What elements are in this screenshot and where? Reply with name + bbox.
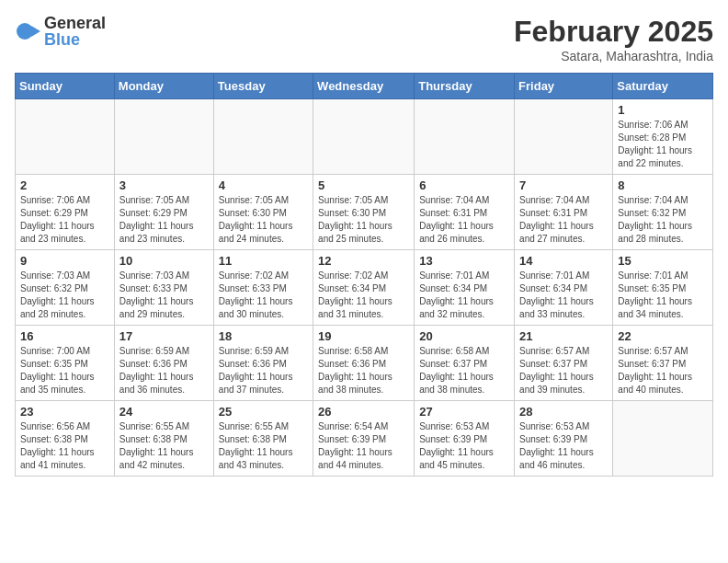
calendar-cell — [213, 99, 313, 175]
calendar-cell: 6Sunrise: 7:04 AM Sunset: 6:31 PM Daylig… — [415, 175, 515, 250]
calendar-cell — [313, 99, 415, 175]
day-number: 23 — [20, 405, 109, 419]
calendar-cell: 21Sunrise: 6:57 AM Sunset: 6:37 PM Dayli… — [515, 326, 613, 401]
weekday-header-thursday: Thursday — [415, 74, 515, 99]
day-number: 9 — [20, 254, 109, 268]
day-info: Sunrise: 7:06 AM Sunset: 6:29 PM Dayligh… — [20, 194, 109, 246]
calendar-cell: 20Sunrise: 6:58 AM Sunset: 6:37 PM Dayli… — [415, 326, 515, 401]
title-block: February 2025 Satara, Maharashtra, India — [514, 15, 713, 63]
weekday-header-sunday: Sunday — [16, 74, 115, 99]
calendar-cell: 19Sunrise: 6:58 AM Sunset: 6:36 PM Dayli… — [313, 326, 415, 401]
day-info: Sunrise: 7:02 AM Sunset: 6:33 PM Dayligh… — [219, 270, 308, 321]
calendar-cell: 23Sunrise: 6:56 AM Sunset: 6:38 PM Dayli… — [16, 401, 115, 477]
logo-icon — [15, 18, 40, 44]
day-info: Sunrise: 7:01 AM Sunset: 6:34 PM Dayligh… — [519, 270, 608, 321]
day-info: Sunrise: 7:01 AM Sunset: 6:35 PM Dayligh… — [618, 270, 708, 321]
day-info: Sunrise: 7:03 AM Sunset: 6:33 PM Dayligh… — [119, 270, 209, 321]
day-info: Sunrise: 6:59 AM Sunset: 6:36 PM Dayligh… — [219, 345, 308, 396]
day-number: 1 — [618, 103, 708, 117]
day-info: Sunrise: 7:04 AM Sunset: 6:32 PM Dayligh… — [618, 194, 708, 246]
day-number: 24 — [119, 405, 209, 419]
day-info: Sunrise: 7:00 AM Sunset: 6:35 PM Dayligh… — [20, 345, 109, 396]
day-info: Sunrise: 6:55 AM Sunset: 6:38 PM Dayligh… — [119, 420, 209, 472]
calendar-cell — [16, 99, 115, 175]
calendar-cell: 4Sunrise: 7:05 AM Sunset: 6:30 PM Daylig… — [213, 175, 313, 250]
calendar-cell: 11Sunrise: 7:02 AM Sunset: 6:33 PM Dayli… — [213, 250, 313, 326]
day-info: Sunrise: 7:03 AM Sunset: 6:32 PM Dayligh… — [20, 270, 109, 321]
day-number: 14 — [519, 254, 608, 268]
day-number: 20 — [419, 329, 509, 343]
day-info: Sunrise: 7:05 AM Sunset: 6:30 PM Dayligh… — [318, 194, 409, 246]
calendar-cell: 28Sunrise: 6:53 AM Sunset: 6:39 PM Dayli… — [515, 401, 613, 477]
day-number: 22 — [618, 329, 708, 343]
logo: General Blue — [15, 15, 106, 48]
day-number: 12 — [318, 254, 409, 268]
day-number: 27 — [419, 405, 509, 419]
day-info: Sunrise: 6:57 AM Sunset: 6:37 PM Dayligh… — [618, 345, 708, 396]
day-number: 16 — [20, 329, 109, 343]
calendar-cell: 1Sunrise: 7:06 AM Sunset: 6:28 PM Daylig… — [613, 99, 713, 175]
day-number: 10 — [119, 254, 209, 268]
calendar-cell: 3Sunrise: 7:05 AM Sunset: 6:29 PM Daylig… — [114, 175, 213, 250]
calendar-cell — [613, 401, 713, 477]
calendar-cell: 26Sunrise: 6:54 AM Sunset: 6:39 PM Dayli… — [313, 401, 415, 477]
day-info: Sunrise: 6:53 AM Sunset: 6:39 PM Dayligh… — [419, 420, 509, 472]
day-info: Sunrise: 7:01 AM Sunset: 6:34 PM Dayligh… — [419, 270, 509, 321]
weekday-header-row: SundayMondayTuesdayWednesdayThursdayFrid… — [16, 74, 713, 99]
day-info: Sunrise: 7:06 AM Sunset: 6:28 PM Dayligh… — [618, 119, 708, 170]
calendar-cell: 27Sunrise: 6:53 AM Sunset: 6:39 PM Dayli… — [415, 401, 515, 477]
day-number: 5 — [318, 178, 409, 192]
calendar-table: SundayMondayTuesdayWednesdayThursdayFrid… — [15, 73, 713, 477]
day-number: 11 — [219, 254, 308, 268]
day-number: 8 — [618, 178, 708, 192]
day-info: Sunrise: 6:58 AM Sunset: 6:36 PM Dayligh… — [318, 345, 409, 396]
day-info: Sunrise: 6:59 AM Sunset: 6:36 PM Dayligh… — [119, 345, 209, 396]
day-info: Sunrise: 6:53 AM Sunset: 6:39 PM Dayligh… — [519, 420, 608, 472]
day-info: Sunrise: 7:02 AM Sunset: 6:34 PM Dayligh… — [318, 270, 409, 321]
week-row-3: 16Sunrise: 7:00 AM Sunset: 6:35 PM Dayli… — [16, 326, 713, 401]
calendar-cell: 5Sunrise: 7:05 AM Sunset: 6:30 PM Daylig… — [313, 175, 415, 250]
day-number: 6 — [419, 178, 509, 192]
page-header: General Blue February 2025 Satara, Mahar… — [15, 15, 713, 63]
day-number: 21 — [519, 329, 608, 343]
day-info: Sunrise: 7:04 AM Sunset: 6:31 PM Dayligh… — [419, 194, 509, 246]
day-number: 28 — [519, 405, 608, 419]
day-number: 7 — [519, 178, 608, 192]
calendar-cell: 18Sunrise: 6:59 AM Sunset: 6:36 PM Dayli… — [213, 326, 313, 401]
logo-general: General — [44, 15, 106, 31]
calendar-cell: 14Sunrise: 7:01 AM Sunset: 6:34 PM Dayli… — [515, 250, 613, 326]
calendar-cell: 15Sunrise: 7:01 AM Sunset: 6:35 PM Dayli… — [613, 250, 713, 326]
day-info: Sunrise: 6:55 AM Sunset: 6:38 PM Dayligh… — [219, 420, 308, 472]
svg-marker-1 — [31, 26, 40, 37]
weekday-header-wednesday: Wednesday — [313, 74, 415, 99]
calendar-cell: 10Sunrise: 7:03 AM Sunset: 6:33 PM Dayli… — [114, 250, 213, 326]
calendar-cell: 16Sunrise: 7:00 AM Sunset: 6:35 PM Dayli… — [16, 326, 115, 401]
day-number: 13 — [419, 254, 509, 268]
month-title: February 2025 — [514, 15, 713, 49]
day-number: 15 — [618, 254, 708, 268]
day-number: 19 — [318, 329, 409, 343]
calendar-cell: 13Sunrise: 7:01 AM Sunset: 6:34 PM Dayli… — [415, 250, 515, 326]
day-number: 25 — [219, 405, 308, 419]
week-row-2: 9Sunrise: 7:03 AM Sunset: 6:32 PM Daylig… — [16, 250, 713, 326]
weekday-header-tuesday: Tuesday — [213, 74, 313, 99]
weekday-header-saturday: Saturday — [613, 74, 713, 99]
week-row-0: 1Sunrise: 7:06 AM Sunset: 6:28 PM Daylig… — [16, 99, 713, 175]
logo-blue: Blue — [44, 31, 106, 48]
calendar-cell: 2Sunrise: 7:06 AM Sunset: 6:29 PM Daylig… — [16, 175, 115, 250]
calendar-cell: 24Sunrise: 6:55 AM Sunset: 6:38 PM Dayli… — [114, 401, 213, 477]
day-info: Sunrise: 7:05 AM Sunset: 6:29 PM Dayligh… — [119, 194, 209, 246]
day-number: 2 — [20, 178, 109, 192]
day-info: Sunrise: 6:58 AM Sunset: 6:37 PM Dayligh… — [419, 345, 509, 396]
day-number: 26 — [318, 405, 409, 419]
day-info: Sunrise: 6:56 AM Sunset: 6:38 PM Dayligh… — [20, 420, 109, 472]
calendar-cell: 9Sunrise: 7:03 AM Sunset: 6:32 PM Daylig… — [16, 250, 115, 326]
calendar-cell: 7Sunrise: 7:04 AM Sunset: 6:31 PM Daylig… — [515, 175, 613, 250]
week-row-4: 23Sunrise: 6:56 AM Sunset: 6:38 PM Dayli… — [16, 401, 713, 477]
calendar-cell: 25Sunrise: 6:55 AM Sunset: 6:38 PM Dayli… — [213, 401, 313, 477]
day-info: Sunrise: 6:54 AM Sunset: 6:39 PM Dayligh… — [318, 420, 409, 472]
calendar-cell — [415, 99, 515, 175]
location-subtitle: Satara, Maharashtra, India — [514, 49, 713, 63]
logo-text: General Blue — [44, 15, 106, 48]
weekday-header-friday: Friday — [515, 74, 613, 99]
